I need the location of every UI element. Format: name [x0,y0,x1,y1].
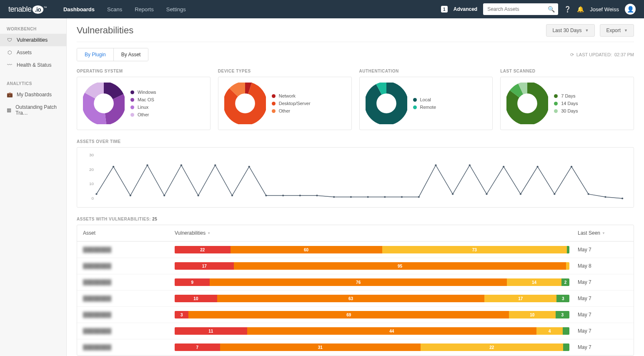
cell-last-seen: May 8 [578,263,628,269]
card-title: AUTHENTICATION [359,69,493,73]
col-last-seen[interactable]: Last Seen ▼ [578,230,628,236]
col-vulnerabilities[interactable]: Vulnerabilities ▼ [175,230,578,236]
cell-last-seen: May 7 [578,247,628,253]
tab-by-asset[interactable]: By Asset [113,48,148,61]
severity-segment-low [563,327,569,335]
cell-asset: ████████ [83,328,175,334]
vulnerability-bar: 73122 [175,343,569,351]
svg-point-47 [554,193,555,195]
search-icon[interactable]: 🔍 [548,6,555,13]
svg-text:30: 30 [89,153,94,157]
legend-item: 7 Days [554,93,578,98]
svg-point-27 [214,164,216,166]
help-icon[interactable]: ❔ [564,6,571,13]
svg-point-38 [401,196,403,198]
date-filter-dropdown[interactable]: Last 30 Days ▼ [546,24,595,37]
chevron-down-icon: ▼ [585,28,589,33]
summary-card: WindowsMac OSLinuxOther [77,77,210,130]
pulse-icon: 〰 [7,62,13,68]
legend-item: Network [272,93,311,98]
svg-point-48 [571,166,572,168]
svg-point-25 [180,164,182,166]
summary-card: LocalRemote [359,77,493,130]
refresh-icon[interactable]: ⟳ [570,52,574,58]
sort-icon: ▼ [207,231,210,235]
sidebar-item-vulnerabilities[interactable]: 🛡Vulnerabilities [0,34,66,46]
search-input[interactable] [483,3,558,15]
severity-segment-med: 10 [509,311,555,318]
legend-dot [413,105,417,109]
cell-asset: ████████ [83,344,175,350]
avatar-icon[interactable]: 👤 [625,4,636,15]
legend-dot [130,105,134,109]
legend-dot [272,109,276,113]
severity-segment-low: 3 [556,311,569,318]
table-row[interactable]: ████████ 11444 May 7 [77,323,634,339]
svg-point-11 [377,95,395,113]
legend-item: Local [413,97,436,102]
sidebar-item-label: My Dashboards [17,92,52,98]
table-row[interactable]: ████████ 73122 May 7 [77,339,634,355]
nav-item-reports[interactable]: Reports [135,6,154,13]
svg-text:10: 10 [89,182,94,186]
advanced-link[interactable]: Advanced [454,6,477,12]
topbar-right: 1 Advanced 🔍 ❔ 🔔 Josef Weiss 👤 [441,3,636,15]
table-row[interactable]: ████████ 1795 May 8 [77,258,634,274]
svg-point-42 [469,164,471,166]
nav-item-dashboards[interactable]: Dashboards [63,6,95,13]
export-label: Export [606,28,621,33]
severity-segment-low [567,246,569,253]
advanced-count-badge[interactable]: 1 [441,6,448,13]
donut-chart [83,83,125,124]
export-dropdown[interactable]: Export ▼ [600,24,634,37]
bell-icon[interactable]: 🔔 [577,6,584,13]
sidebar-item-outstanding-patch-tra-[interactable]: ▦Outstanding Patch Tra… [0,101,66,119]
sidebar: WORKBENCH 🛡Vulnerabilities⬡Assets〰Health… [0,18,67,356]
severity-segment-med [566,262,569,270]
col-asset[interactable]: Asset [83,230,175,236]
severity-segment-high: 60 [231,246,382,253]
user-name[interactable]: Josef Weiss [590,6,619,13]
tabs-row: By PluginBy Asset ⟳ LAST UPDATED: 02:37 … [77,48,634,61]
assets-table-title: ASSETS WITH VULNERABILITIES: 25 [77,217,634,221]
sidebar-item-health-status[interactable]: 〰Health & Status [0,59,66,71]
table-row[interactable]: ████████ 1063173 May 7 [77,290,634,306]
legend-dot [554,94,558,98]
cell-vulnerabilities: 1795 [175,262,578,270]
svg-point-33 [316,195,318,196]
vulnerability-bar: 369103 [175,311,569,318]
svg-point-50 [604,196,606,198]
nav-item-scans[interactable]: Scans [107,6,122,13]
legend-item: Other [130,112,156,117]
table-row[interactable]: ████████ 369103 May 7 [77,306,634,323]
tab-by-plugin[interactable]: By Plugin [77,48,113,61]
severity-segment-high: 31 [220,343,421,351]
table-row[interactable]: ████████ 976142 May 7 [77,274,634,290]
vulnerability-bar: 1795 [175,262,569,270]
last-updated-label: LAST UPDATED: [576,52,612,57]
svg-point-30 [265,195,267,196]
svg-point-23 [146,164,148,166]
svg-point-51 [621,198,623,199]
svg-point-45 [520,193,521,195]
sidebar-item-my-dashboards[interactable]: 💼My Dashboards [0,88,66,101]
cell-last-seen: May 7 [578,296,628,301]
severity-segment-high: 44 [247,327,536,335]
svg-point-37 [384,196,386,198]
svg-point-28 [231,195,233,196]
cell-last-seen: May 7 [578,344,628,350]
severity-segment-crit: 9 [175,278,210,286]
donut-chart [506,83,548,124]
legend-dot [130,98,134,102]
table-row[interactable]: ████████ 226073 May 7 [77,241,634,258]
nav-item-settings[interactable]: Settings [166,6,186,13]
logo[interactable]: tenable.io™ [8,5,47,14]
severity-segment-high: 76 [210,278,507,286]
cell-vulnerabilities: 226073 [175,246,578,253]
legend-item: 30 Days [554,108,578,113]
svg-point-41 [452,193,454,195]
svg-text:20: 20 [89,167,94,172]
svg-point-39 [418,196,420,198]
sidebar-item-assets[interactable]: ⬡Assets [0,46,66,59]
legend: LocalRemote [413,97,436,110]
